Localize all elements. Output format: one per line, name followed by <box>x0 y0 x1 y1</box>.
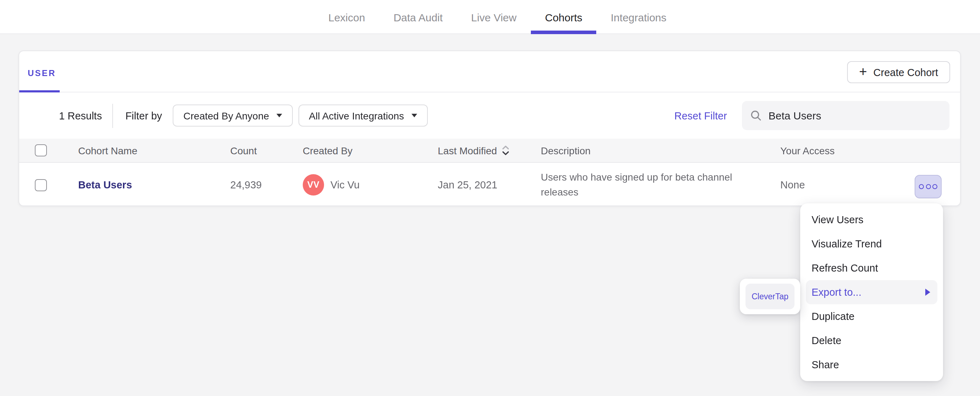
nav-tab-live-view[interactable]: Live View <box>457 0 531 34</box>
menu-item-export-to-label: Export to... <box>811 286 861 298</box>
integrations-filter-dropdown[interactable]: All Active Integrations <box>298 104 428 126</box>
more-options-button[interactable] <box>915 175 942 198</box>
nav-tabs: Lexicon Data Audit Live View Cohorts Int… <box>314 0 681 34</box>
create-cohort-button[interactable]: + Create Cohort <box>847 61 950 83</box>
tab-user[interactable]: USER <box>28 68 56 78</box>
row-checkbox-cell <box>19 179 78 191</box>
cohorts-panel: USER + Create Cohort 1 Results Filter by… <box>19 51 961 206</box>
vertical-divider <box>113 104 113 128</box>
created-by-filter-dropdown[interactable]: Created By Anyone <box>173 104 293 126</box>
more-options-icon <box>926 184 931 189</box>
menu-item-view-users[interactable]: View Users <box>800 208 943 232</box>
nav-tab-label: Integrations <box>611 11 667 23</box>
count-cell: 24,939 <box>230 179 303 190</box>
column-header-count: Count <box>230 145 303 156</box>
row-checkbox[interactable] <box>35 179 47 191</box>
nav-tab-label: Lexicon <box>328 11 365 23</box>
results-count: 1 Results <box>59 110 102 121</box>
column-header-last-modified[interactable]: Last Modified <box>438 145 541 156</box>
nav-tab-integrations[interactable]: Integrations <box>597 0 681 34</box>
submenu-item-clevertap[interactable]: CleverTap <box>746 284 794 309</box>
column-header-last-modified-label: Last Modified <box>438 145 497 156</box>
table-row: Beta Users 24,939 VV Vic Vu Jan 25, 2021… <box>19 163 960 207</box>
column-header-cohort-name: Cohort Name <box>78 145 230 156</box>
filter-by-label: Filter by <box>126 110 162 121</box>
search-input[interactable] <box>768 110 941 121</box>
menu-item-export-to[interactable]: Export to... <box>806 280 937 304</box>
menu-item-visualize-trend[interactable]: Visualize Trend <box>800 232 943 256</box>
column-header-description: Description <box>541 145 780 156</box>
cohort-name-link[interactable]: Beta Users <box>78 179 132 190</box>
menu-item-share[interactable]: Share <box>800 353 943 377</box>
cohort-name-cell: Beta Users <box>78 179 230 190</box>
submenu-arrow-icon <box>925 289 930 296</box>
nav-tab-lexicon[interactable]: Lexicon <box>314 0 379 34</box>
more-options-icon <box>919 184 924 189</box>
created-by-cell: VV Vic Vu <box>303 174 438 195</box>
nav-tab-cohorts[interactable]: Cohorts <box>531 0 597 34</box>
reset-filter-link[interactable]: Reset Filter <box>675 110 727 121</box>
top-navigation-bar: Lexicon Data Audit Live View Cohorts Int… <box>0 0 980 34</box>
create-cohort-label: Create Cohort <box>873 67 938 78</box>
plus-icon: + <box>859 65 867 78</box>
menu-item-delete[interactable]: Delete <box>800 329 943 353</box>
chevron-down-icon <box>276 114 282 117</box>
sort-icon <box>502 145 510 156</box>
created-by-filter-value: Created By Anyone <box>183 110 269 121</box>
column-header-your-access: Your Access <box>780 145 960 156</box>
export-submenu: CleverTap <box>740 279 800 314</box>
nav-tab-label: Live View <box>471 11 517 23</box>
search-box[interactable] <box>742 101 950 130</box>
chevron-down-icon <box>411 114 417 117</box>
menu-item-refresh-count[interactable]: Refresh Count <box>800 256 943 280</box>
cohort-type-tab-bar: USER + Create Cohort <box>19 51 960 93</box>
menu-item-duplicate[interactable]: Duplicate <box>800 304 943 329</box>
more-options-icon <box>932 184 937 189</box>
select-all-checkbox[interactable] <box>35 144 47 156</box>
table-header-row: Cohort Name Count Created By Last Modifi… <box>19 139 960 163</box>
header-checkbox-cell <box>19 144 78 156</box>
created-by-name: Vic Vu <box>331 179 360 190</box>
last-modified-cell: Jan 25, 2021 <box>438 179 541 190</box>
integrations-filter-value: All Active Integrations <box>309 110 404 121</box>
filter-bar: 1 Results Filter by Created By Anyone Al… <box>19 93 960 139</box>
cohort-context-menu: View Users Visualize Trend Refresh Count… <box>800 203 943 381</box>
column-header-created-by: Created By <box>303 145 438 156</box>
nav-tab-label: Cohorts <box>545 11 582 23</box>
search-icon <box>751 110 762 121</box>
nav-tab-label: Data Audit <box>393 11 442 23</box>
avatar: VV <box>303 174 324 195</box>
nav-tab-data-audit[interactable]: Data Audit <box>379 0 457 34</box>
description-cell: Users who have signed up for beta channe… <box>541 169 734 200</box>
